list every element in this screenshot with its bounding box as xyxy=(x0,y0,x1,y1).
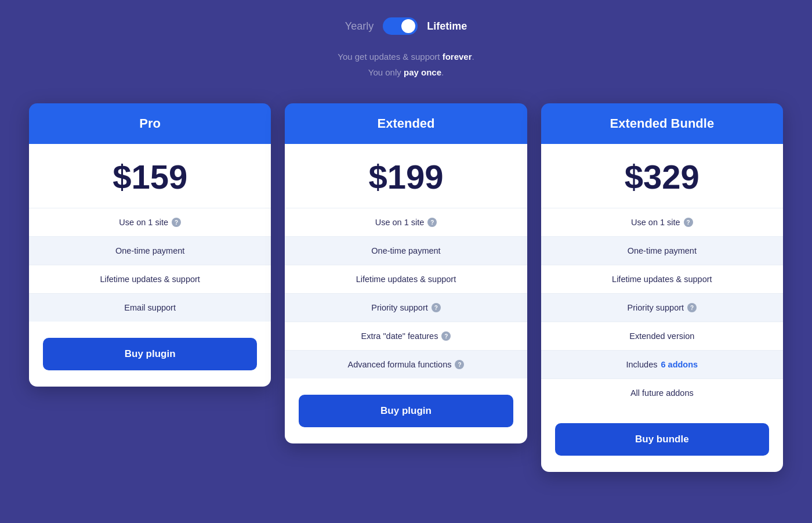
plan-footer-pro: Buy plugin xyxy=(29,322,271,387)
feature-row-extended-1: One-time payment xyxy=(285,237,527,265)
plan-footer-extended: Buy plugin xyxy=(285,378,527,443)
feature-row-extended-bundle-5: Includes 6 addons xyxy=(541,351,783,379)
plan-name-pro: Pro xyxy=(41,116,259,131)
question-icon[interactable]: ? xyxy=(432,303,441,312)
plan-name-extended-bundle: Extended Bundle xyxy=(553,116,771,131)
feature-text-extended-bundle-2: Lifetime updates & support xyxy=(612,275,712,284)
billing-toggle[interactable] xyxy=(383,17,418,35)
feature-text-extended-4: Extra "date" features xyxy=(361,331,438,341)
plan-card-extended: Extended$199Use on 1 site?One-time payme… xyxy=(285,103,527,443)
yearly-label: Yearly xyxy=(345,20,374,33)
toggle-knob xyxy=(401,19,415,33)
feature-row-extended-bundle-6: All future addons xyxy=(541,379,783,407)
feature-text-extended-bundle-6: All future addons xyxy=(630,388,694,398)
feature-row-pro-1: One-time payment xyxy=(29,237,271,265)
feature-text-pro-2: Lifetime updates & support xyxy=(100,275,200,284)
billing-toggle-section: Yearly Lifetime xyxy=(345,17,467,35)
feature-text-extended-bundle-3: Priority support xyxy=(628,303,684,312)
feature-row-extended-2: Lifetime updates & support xyxy=(285,265,527,294)
plan-price-section-extended-bundle: $329 xyxy=(541,144,783,208)
feature-text-pro-3: Email support xyxy=(124,303,176,312)
billing-subtitle: You get updates & support forever. You o… xyxy=(338,49,474,80)
feature-row-extended-bundle-2: Lifetime updates & support xyxy=(541,265,783,294)
feature-row-pro-0: Use on 1 site? xyxy=(29,208,271,237)
plan-header-extended-bundle: Extended Bundle xyxy=(541,103,783,144)
plan-footer-extended-bundle: Buy bundle xyxy=(541,407,783,472)
feature-text-pro-0: Use on 1 site xyxy=(119,218,168,227)
plan-body-extended: $199Use on 1 site?One-time paymentLifeti… xyxy=(285,144,527,378)
feature-text-extended-2: Lifetime updates & support xyxy=(356,275,456,284)
plan-card-pro: Pro$159Use on 1 site?One-time paymentLif… xyxy=(29,103,271,387)
plan-price-extended: $199 xyxy=(296,160,515,194)
subtitle-line1: You get updates & support forever. xyxy=(338,49,474,64)
question-icon[interactable]: ? xyxy=(172,218,181,227)
lifetime-label: Lifetime xyxy=(427,20,467,33)
buy-button-extended[interactable]: Buy plugin xyxy=(299,395,513,427)
feature-text-pro-1: One-time payment xyxy=(115,246,184,255)
question-icon[interactable]: ? xyxy=(684,218,693,227)
addon-link-extended-bundle[interactable]: 6 addons xyxy=(661,360,698,369)
question-icon[interactable]: ? xyxy=(687,303,697,312)
feature-row-extended-bundle-4: Extended version xyxy=(541,322,783,351)
feature-row-extended-0: Use on 1 site? xyxy=(285,208,527,237)
feature-row-extended-5: Advanced formula functions? xyxy=(285,351,527,378)
plan-body-extended-bundle: $329Use on 1 site?One-time paymentLifeti… xyxy=(541,144,783,407)
feature-text-extended-1: One-time payment xyxy=(371,246,440,255)
plan-body-pro: $159Use on 1 site?One-time paymentLifeti… xyxy=(29,144,271,322)
feature-row-extended-bundle-1: One-time payment xyxy=(541,237,783,265)
question-icon[interactable]: ? xyxy=(441,331,451,341)
plan-card-extended-bundle: Extended Bundle$329Use on 1 site?One-tim… xyxy=(541,103,783,472)
feature-text-extended-bundle-0: Use on 1 site xyxy=(631,218,680,227)
plan-name-extended: Extended xyxy=(296,116,515,131)
question-icon[interactable]: ? xyxy=(455,360,464,369)
plan-header-pro: Pro xyxy=(29,103,271,144)
plan-price-extended-bundle: $329 xyxy=(553,160,771,194)
feature-text-extended-0: Use on 1 site xyxy=(375,218,425,227)
feature-text-extended-bundle-1: One-time payment xyxy=(628,246,697,255)
plan-price-section-extended: $199 xyxy=(285,144,527,208)
feature-text-extended-5: Advanced formula functions xyxy=(348,360,452,369)
feature-text-extended-3: Priority support xyxy=(371,303,428,312)
feature-row-extended-bundle-0: Use on 1 site? xyxy=(541,208,783,237)
plan-price-section-pro: $159 xyxy=(29,144,271,208)
buy-button-extended-bundle[interactable]: Buy bundle xyxy=(555,423,769,456)
plans-container: Pro$159Use on 1 site?One-time paymentLif… xyxy=(29,103,783,472)
plan-header-extended: Extended xyxy=(285,103,527,144)
subtitle-line2: You only pay once. xyxy=(338,64,474,80)
feature-text-extended-bundle-4: Extended version xyxy=(629,331,694,341)
feature-row-extended-4: Extra "date" features? xyxy=(285,322,527,351)
feature-row-pro-2: Lifetime updates & support xyxy=(29,265,271,294)
feature-row-extended-bundle-3: Priority support? xyxy=(541,294,783,322)
question-icon[interactable]: ? xyxy=(427,218,437,227)
buy-button-pro[interactable]: Buy plugin xyxy=(43,338,257,370)
feature-row-pro-3: Email support xyxy=(29,294,271,322)
plan-price-pro: $159 xyxy=(41,160,259,194)
feature-row-extended-3: Priority support? xyxy=(285,294,527,322)
